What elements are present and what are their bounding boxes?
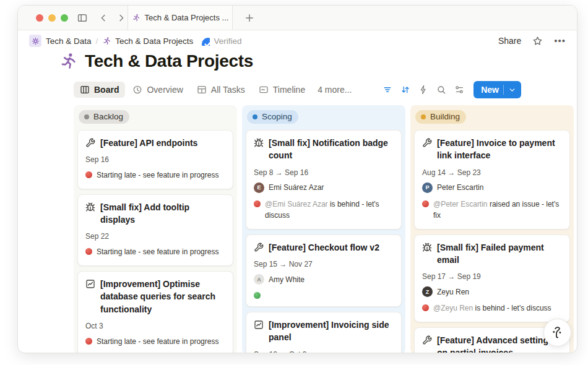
table-icon [197, 85, 207, 95]
star-icon[interactable] [532, 36, 543, 46]
sort-icon[interactable] [400, 85, 410, 95]
card-title: [Improvement] Invoicing side panel [269, 319, 394, 344]
column-building-header[interactable]: Building [415, 110, 466, 124]
status-text: Starting late - see feature in progress [97, 246, 218, 258]
bug-icon [254, 138, 264, 148]
card-api-endpoints[interactable]: [Feature] API endpoints Sep 16 Starting … [77, 130, 233, 189]
card-status: @Emi Suárez Azar is behind - let's discu… [254, 199, 394, 221]
status-text: is behind - let's discuss [473, 304, 551, 312]
forward-icon[interactable] [116, 12, 127, 24]
tab-overview[interactable]: Overview [126, 82, 189, 98]
column-building-label: Building [430, 112, 460, 121]
column-scoping-header[interactable]: Scoping [247, 110, 298, 124]
card-status [254, 290, 394, 299]
workspace-gear-icon[interactable] [29, 35, 41, 47]
card-invoicing-side-panel[interactable]: [Improvement] Invoicing side panel Sep 1… [246, 312, 402, 353]
card-date: Sep 12 → Oct 3 [254, 350, 394, 353]
status-mention: @Emi Suárez Azar [265, 200, 328, 208]
bolt-icon[interactable] [418, 85, 428, 95]
sliders-icon[interactable] [454, 85, 464, 95]
column-scoping: Scoping [Small fix] Notification badge c… [242, 105, 405, 353]
card-assignee: A Amy White [254, 274, 394, 285]
card-date: Aug 14 → Sep 23 [422, 168, 562, 177]
column-backlog: Backlog [Feature] API endpoints Sep 16 S… [74, 105, 237, 353]
tab-overview-label: Overview [147, 85, 183, 95]
card-title: [Feature] Invoice to payment link interf… [437, 137, 562, 162]
zoom-window-button[interactable] [61, 14, 68, 22]
card-title: [Small fix] Notification badge count [269, 137, 394, 162]
page-title[interactable]: Tech & Data Projects [85, 51, 253, 71]
breadcrumb-workspace[interactable]: Tech & Data [46, 36, 92, 46]
card-date: Sep 22 [85, 232, 225, 241]
back-icon[interactable] [98, 12, 109, 24]
tab-all-tasks[interactable]: All Tasks [191, 82, 251, 98]
avatar: E [254, 182, 264, 193]
wrench-icon [85, 138, 95, 148]
card-title: [Feature] API endpoints [100, 137, 197, 149]
red-dot-icon [85, 338, 92, 345]
filter-icon[interactable] [383, 85, 392, 95]
new-button[interactable]: New [473, 81, 521, 98]
card-invoice-payment-link[interactable]: [Feature] Invoice to payment link interf… [414, 130, 570, 230]
page-header: Tech & Data Projects [59, 51, 253, 71]
card-status: Starting late - see feature in progress [85, 336, 225, 348]
card-assignee: Z Zeyu Ren [422, 286, 562, 297]
view-controls: New [383, 80, 521, 100]
sidebar-toggle-icon[interactable] [77, 12, 88, 24]
red-dot-icon [85, 171, 92, 178]
card-checkout-flow[interactable]: [Feature] Checkout flow v2 Sep 15 → Nov … [246, 234, 402, 307]
card-date: Sep 17 → Sep 19 [422, 272, 562, 281]
tab-board-label: Board [94, 85, 119, 95]
status-text: Starting late - see feature in progress [97, 336, 218, 348]
tab-timeline[interactable]: Timeline [253, 82, 311, 98]
column-backlog-header[interactable]: Backlog [79, 110, 129, 124]
tab-board[interactable]: Board [74, 82, 125, 98]
card-add-tooltip[interactable]: [Small fix] Add tooltip displays Sep 22 … [77, 194, 233, 266]
breadcrumb-page[interactable]: Tech & Data Projects [115, 36, 193, 46]
red-dot-icon [85, 248, 92, 255]
timeline-icon [259, 85, 269, 95]
runner-icon [102, 36, 111, 46]
new-button-divider [503, 85, 504, 95]
search-icon[interactable] [436, 85, 446, 95]
browser-tab[interactable]: Tech & Data Projects ... [128, 6, 233, 30]
assistant-button[interactable] [543, 319, 571, 346]
share-button[interactable]: Share [498, 36, 521, 46]
tab-title: Tech & Data Projects ... [145, 13, 229, 22]
chevron-down-icon[interactable] [508, 86, 516, 94]
titlebar: Tech & Data Projects ... [18, 6, 577, 30]
card-status: @Zeyu Ren is behind - let's discuss [422, 303, 562, 314]
column-backlog-label: Backlog [93, 112, 123, 121]
status-dot [84, 114, 89, 119]
verified-label: Verified [214, 36, 241, 46]
card-title: [Feature] Advanced settings on partial i… [437, 334, 562, 353]
verified-check-icon [201, 36, 210, 46]
new-tab-icon[interactable] [244, 12, 255, 24]
minimize-window-button[interactable] [48, 14, 56, 22]
runner-icon [132, 14, 141, 22]
view-tabs: Board Overview All Tasks Timeline 4 more… [74, 80, 357, 100]
runner-icon[interactable] [59, 52, 78, 71]
assignee-name: Emi Suárez Azar [269, 183, 324, 192]
card-optimise-queries[interactable]: [Improvement] Optimise database queries … [77, 271, 233, 353]
avatar: Z [422, 286, 433, 297]
card-title: [Small fix] Failed payment email [437, 241, 562, 267]
red-dot-icon [422, 200, 429, 207]
card-title: [Small fix] Add tooltip displays [100, 201, 225, 226]
chart-icon [254, 320, 264, 330]
assignee-name: Zeyu Ren [437, 288, 469, 296]
close-window-button[interactable] [36, 14, 43, 22]
card-title: [Improvement] Optimise database queries … [100, 278, 225, 316]
card-date: Oct 3 [85, 322, 225, 330]
status-mention: @Zeyu Ren [433, 304, 473, 312]
avatar: P [422, 182, 433, 193]
more-views-button[interactable]: 4 more... [313, 82, 357, 98]
card-failed-payment-email[interactable]: [Small fix] Failed payment email Sep 17 … [414, 234, 570, 322]
card-status: Starting late - see feature in progress [85, 170, 225, 181]
overview-icon [132, 85, 142, 95]
card-notification-badge[interactable]: [Small fix] Notification badge count Sep… [246, 130, 402, 230]
card-assignee: E Emi Suárez Azar [254, 182, 394, 193]
traffic-lights [36, 14, 68, 22]
app-window: Tech & Data Projects ... Tech & Data / T… [17, 5, 577, 353]
more-options-icon[interactable]: ••• [554, 38, 566, 44]
